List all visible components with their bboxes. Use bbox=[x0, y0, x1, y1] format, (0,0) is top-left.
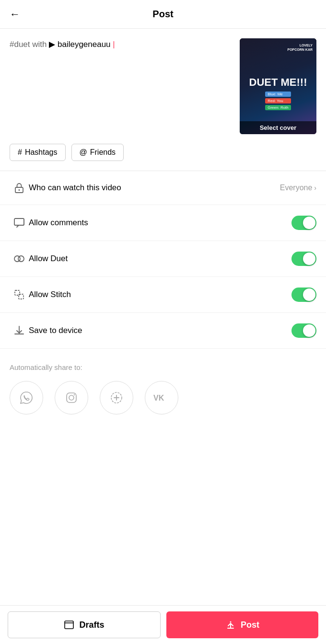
who-can-watch-value: Everyone › bbox=[280, 184, 316, 192]
allow-duet-label: Allow Duet bbox=[29, 254, 291, 264]
setting-allow-stitch[interactable]: Allow Stitch bbox=[0, 277, 326, 313]
svg-point-4 bbox=[18, 256, 24, 262]
stitch-icon bbox=[10, 288, 29, 301]
caption-area[interactable]: #duet with ▶ baileygeneauu | bbox=[10, 38, 233, 51]
caption-row: #duet with ▶ baileygeneauu | LOVELY POPC… bbox=[10, 38, 316, 134]
comment-icon bbox=[10, 217, 29, 229]
label-green: Green: Roth bbox=[265, 105, 291, 110]
caption-text: #duet with ▶ baileygeneauu | bbox=[10, 38, 233, 51]
setting-allow-comments[interactable]: Allow comments bbox=[0, 205, 326, 241]
setting-save-to-device[interactable]: Save to device bbox=[0, 313, 326, 349]
thumb-top-text: LOVELY POPCORN KAR bbox=[287, 43, 313, 52]
svg-point-13 bbox=[230, 621, 231, 623]
drafts-button[interactable]: Drafts bbox=[8, 611, 161, 638]
caption-cursor: | bbox=[113, 40, 115, 49]
video-thumbnail[interactable]: LOVELY POPCORN KAR DUET ME!!! Blue: Me R… bbox=[240, 38, 316, 134]
post-button[interactable]: Post bbox=[166, 611, 318, 638]
thumb-main-text: DUET ME!!! bbox=[249, 77, 307, 88]
download-icon bbox=[10, 324, 29, 337]
svg-text:VK: VK bbox=[153, 394, 164, 402]
svg-rect-12 bbox=[65, 621, 73, 629]
play-icon: ▶ bbox=[49, 40, 55, 49]
allow-stitch-label: Allow Stitch bbox=[29, 290, 291, 299]
save-to-device-toggle[interactable] bbox=[291, 323, 316, 338]
hashtag-icon: # bbox=[18, 148, 22, 157]
svg-rect-7 bbox=[67, 393, 76, 402]
setting-who-can-watch[interactable]: Who can watch this video Everyone › bbox=[0, 171, 326, 205]
setting-allow-duet[interactable]: Allow Duet bbox=[0, 241, 326, 277]
svg-point-9 bbox=[74, 394, 75, 395]
share-whatsapp-button[interactable] bbox=[10, 381, 43, 414]
share-section: Automatically share to: bbox=[0, 349, 326, 424]
header: ← Post bbox=[0, 0, 326, 29]
allow-comments-label: Allow comments bbox=[29, 218, 291, 228]
friends-button[interactable]: @ Friends bbox=[71, 144, 124, 161]
at-icon: @ bbox=[80, 148, 87, 157]
share-vk-button[interactable]: VK bbox=[145, 381, 178, 414]
duet-icon bbox=[10, 253, 29, 265]
chevron-right-icon: › bbox=[314, 184, 316, 192]
page-title: Post bbox=[152, 9, 173, 20]
who-can-watch-label: Who can watch this video bbox=[29, 183, 280, 193]
share-tiktok-button[interactable] bbox=[100, 381, 133, 414]
share-instagram-button[interactable] bbox=[55, 381, 88, 414]
allow-duet-toggle[interactable] bbox=[291, 252, 316, 266]
allow-comments-toggle[interactable] bbox=[291, 216, 316, 230]
post-icon bbox=[225, 620, 236, 630]
tag-buttons: # Hashtags @ Friends bbox=[10, 144, 316, 161]
label-red: Red: You bbox=[265, 98, 291, 104]
svg-point-1 bbox=[19, 189, 20, 191]
drafts-icon bbox=[64, 620, 74, 630]
svg-rect-2 bbox=[14, 218, 24, 225]
main-content: #duet with ▶ baileygeneauu | LOVELY POPC… bbox=[0, 29, 326, 171]
select-cover-button[interactable]: Select cover bbox=[240, 121, 316, 134]
bottom-bar: Drafts Post bbox=[0, 605, 326, 644]
label-blue: Blue: Me bbox=[265, 92, 291, 97]
back-button[interactable]: ← bbox=[10, 8, 20, 21]
share-icons-row: VK bbox=[10, 381, 316, 414]
save-to-device-label: Save to device bbox=[29, 326, 291, 335]
svg-point-8 bbox=[69, 395, 74, 400]
caption-username: baileygeneauu bbox=[58, 40, 111, 49]
lock-icon bbox=[10, 182, 29, 194]
share-title: Automatically share to: bbox=[10, 363, 316, 371]
hashtags-button[interactable]: # Hashtags bbox=[10, 144, 66, 161]
caption-prefix: #duet with bbox=[10, 40, 47, 49]
allow-stitch-toggle[interactable] bbox=[291, 288, 316, 302]
thumb-labels: Blue: Me Red: You Green: Roth bbox=[265, 92, 291, 110]
bottom-spacer bbox=[0, 424, 326, 472]
settings-list: Who can watch this video Everyone › Allo… bbox=[0, 171, 326, 349]
